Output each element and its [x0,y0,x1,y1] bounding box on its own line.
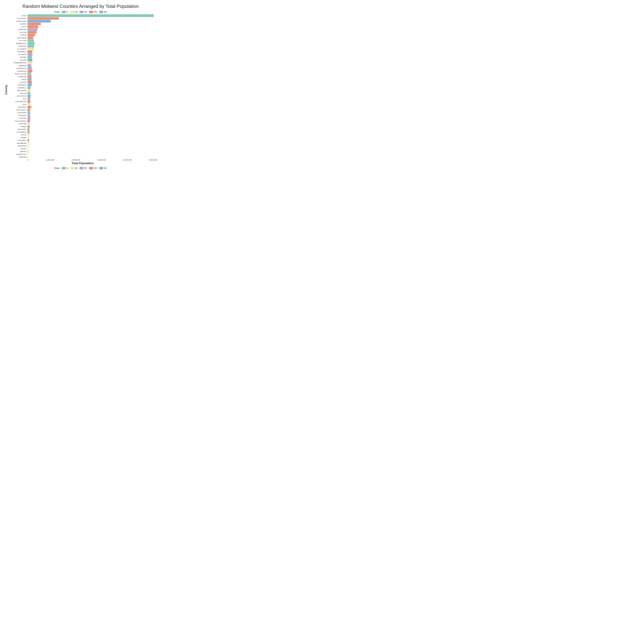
bar-fill [28,50,32,53]
legend-item-il-top: IL [62,11,68,13]
bar-label: VIGO [8,103,28,105]
x-axis-label: Total Population [8,162,157,165]
legend-bottom: State IL IN MI OH WI [4,167,157,169]
bar-row: VAN BUREN [8,131,157,133]
bar-row: COOK [8,14,157,17]
bar-track [28,23,157,25]
bar-track [28,62,157,64]
bar-label: KANKAKEE [8,112,28,114]
legend-swatch-il-bottom [62,167,66,169]
legend-label-in-top: IN [75,11,77,13]
bar-row: PEORIA [8,56,157,59]
bar-row: JERSEY [8,150,157,153]
legend-label-mi-top: MI [84,11,87,13]
bar-fill [28,20,51,23]
bar-track [28,150,157,153]
legend-item-mi-bottom: MI [80,167,87,169]
bar-row: KENOSHA [8,84,157,86]
bar-label: ALLEGAN [8,117,28,119]
legend-item-il-bottom: IL [62,167,68,169]
bar-label: MACON [8,92,28,94]
chart-title: Random Midwest Counties Arranged by Tota… [4,4,157,9]
bar-label: LORAIN [8,34,28,36]
bar-row: KANKAKEE [8,111,157,114]
bar-track [28,73,157,75]
bar-row: HOWARD [8,123,157,125]
legend-item-in-top: IN [70,11,77,13]
bar-fill [28,153,28,156]
bar-track [28,28,157,31]
bar-label: MENARD [8,156,28,158]
bar-label: BAY [8,98,28,100]
bar-fill [28,120,30,122]
bar-track [28,70,157,72]
x-tick: 1,000,000 [46,159,54,161]
bar-label: LICKING [8,81,28,83]
bar-label: BERRIEN [8,65,28,67]
chart-inner: COOKCUYAHOGAMILWAUKEESUMMITLUCASGENESEEB… [8,14,157,165]
x-tick: 4,000,000 [123,159,132,161]
bar-row: SUMMIT [8,23,157,25]
legend-swatch-il-top [62,11,66,13]
bar-label: HOWARD [8,123,28,125]
y-axis-label: County [4,14,8,165]
bar-label: TUSCARAWAS [8,120,28,122]
bar-label: POSEY [8,148,28,150]
chart-container: County COOKCUYAHOGAMILWAUKEESUMMITLUCASG… [4,14,157,165]
bar-row: GENESEE [8,28,157,31]
bar-track [28,147,157,150]
bar-track [28,156,157,158]
legend-top: State IL IN MI OH WI [4,11,157,13]
bar-fill [28,42,35,45]
bar-fill [28,84,32,86]
bar-fill [28,53,32,56]
bar-fill [28,59,32,61]
bar-fill [28,86,31,89]
bar-row: BERRIEN [8,64,157,67]
bar-track [28,106,157,109]
bar-fill [28,75,31,78]
bar-row: RACINE [8,59,157,61]
bar-track [28,139,157,142]
bar-fill [28,81,32,84]
bar-row: LICKING [8,81,157,84]
bar-track [28,131,157,133]
bar-row: MACON [8,92,157,95]
bar-fill [28,92,30,95]
bar-label: MADISON [8,45,28,47]
bar-fill [28,34,35,36]
bar-track [28,45,157,48]
bar-fill [28,28,38,31]
bar-track [28,92,157,95]
bar-row: FLOYD [8,134,157,136]
bar-label: JERSEY [8,150,28,152]
bar-track [28,97,157,100]
bar-row: PORTAGE [8,75,157,78]
bar-fill [28,125,30,128]
bar-fill [28,45,34,48]
x-ticks: 01,000,0002,000,0003,000,0004,000,0005,0… [28,159,157,161]
bar-track [28,109,157,111]
bar-track [28,59,157,61]
bar-label: FLOYD [8,134,28,136]
legend-label-in-bottom: IN [75,167,77,169]
bar-fill [28,142,29,145]
bar-label: RACINE [8,59,28,61]
legend-item-oh-bottom: OH [89,167,97,169]
bar-track [28,39,157,42]
bar-row: POSEY [8,147,157,150]
legend-label-il-bottom: IL [66,167,68,169]
bar-track [28,42,157,45]
bar-label: HARRISON [8,145,28,147]
bar-label: LAPEER [8,126,28,128]
bar-track [28,84,157,86]
bar-track [28,145,157,147]
bar-label: PICKAWAY [8,139,28,141]
bar-label: LUCAS [8,26,28,28]
bar-label: GENESEE [8,28,28,30]
bar-label: CUYAHOGA [8,17,28,19]
bar-fill [28,134,30,136]
bar-track [28,75,157,78]
legend-item-mi-top: MI [80,11,87,13]
legend-swatch-mi-top [80,11,84,13]
